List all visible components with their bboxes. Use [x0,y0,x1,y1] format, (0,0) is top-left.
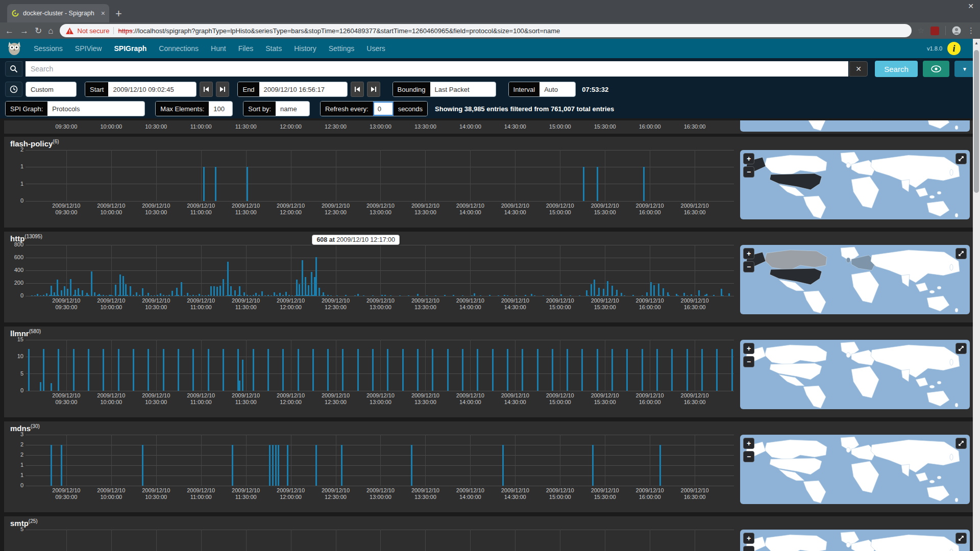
bar [103,349,104,391]
nav-item-sessions[interactable]: Sessions [34,44,63,53]
map-expand-icon[interactable] [955,153,967,164]
map-expand-icon[interactable] [955,438,967,449]
plot-area[interactable]: 322110 [26,435,734,486]
security-status[interactable]: Not secure [78,27,110,35]
plot-area[interactable]: 8006004002000608 at 2009/12/10 12:17:00 [26,245,734,296]
max-elements-group: Max Elements: 100 [155,101,233,116]
window-close-button[interactable]: ✕ [968,2,974,10]
axis-tick-label: 16:30:00 [684,123,706,130]
bounding-select[interactable]: Last Packet [430,82,496,96]
skip-to-start-button[interactable] [200,82,213,97]
axis-tick-label: 2009/12/1009:30:00 [52,392,80,406]
scrollbar-up-icon[interactable]: ▲ [973,39,980,45]
map-expand-icon[interactable] [955,248,967,259]
geo-map[interactable]: +− [740,340,970,409]
chart: 1510502009/12/1009:30:002009/12/1010:00:… [10,340,970,407]
bar [61,290,62,296]
nav-item-settings[interactable]: Settings [329,44,355,53]
map-zoom-in-button[interactable]: + [743,153,754,164]
map-zoom-in-button[interactable]: + [743,248,754,259]
actions-dropdown-button[interactable]: ▼ [954,61,975,77]
plot-area[interactable]: 5 [26,530,734,551]
gridline [201,150,202,201]
url-text[interactable]: https://localhost/spigraph?graphType=lpH… [118,27,560,35]
plot-area[interactable]: 151050 [26,340,734,391]
map-zoom-out-button[interactable]: − [743,261,754,272]
gridline [605,340,605,391]
nav-item-history[interactable]: History [294,44,316,53]
bar [40,382,41,391]
extension-icon[interactable] [930,27,939,35]
time-settings-clock-icon[interactable] [5,82,22,97]
map-zoom-out-button[interactable]: − [743,356,754,367]
reload-icon[interactable]: ↻ [35,27,42,35]
geo-map-partial[interactable] [740,120,970,132]
spi-graph-field-select[interactable]: Protocols [47,102,144,116]
skip-to-start-button[interactable] [351,82,364,97]
page-scrollbar[interactable]: ▲ [973,39,980,551]
axis-tick-label: 2009/12/1012:00:00 [277,297,305,311]
interval-select[interactable]: Auto [540,82,575,96]
bar [223,279,224,296]
axis-tick-label: 13:00:00 [370,123,391,130]
chart: 8006004002000608 at 2009/12/10 12:17:002… [10,245,970,312]
geo-map[interactable]: +− [740,245,970,314]
gridline [470,245,471,296]
bookmark-star-icon[interactable]: ☆ [918,26,924,35]
map-zoom-out-button[interactable]: − [743,166,754,178]
bar [671,349,673,391]
map-zoom-in-button[interactable]: + [743,533,754,544]
map-zoom-in-button[interactable]: + [743,438,754,449]
sort-by-select[interactable]: name [276,102,309,116]
gridline [291,150,291,201]
skip-to-end-button[interactable] [216,82,229,97]
back-icon[interactable]: ← [5,27,14,35]
nav-item-hunt[interactable]: Hunt [211,44,226,53]
protocol-section-llmnr: llmnr(580)1510502009/12/1009:30:002009/1… [4,327,976,417]
gridline [66,435,67,486]
protocol-section-mdns: mdns(30)3221102009/12/1009:30:002009/12/… [4,421,976,512]
end-time-input[interactable]: 2009/12/10 16:56:17 [259,82,347,96]
eye-view-button[interactable] [923,61,949,77]
nav-item-spigraph[interactable]: SPIGraph [114,44,146,53]
gridline [111,150,112,201]
plot-area[interactable]: 2110 [26,150,734,201]
max-elements-input[interactable]: 100 [209,102,232,116]
nav-item-stats[interactable]: Stats [265,44,282,53]
clear-search-icon[interactable]: ✕ [849,61,868,77]
protocol-count: (580) [29,329,41,334]
map-zoom-out-button[interactable]: − [743,451,754,462]
nav-item-spiview[interactable]: SPIView [75,44,102,53]
address-bar[interactable]: Not secure https://localhost/spigraph?gr… [60,24,912,37]
start-time-input[interactable]: 2009/12/10 09:02:45 [108,82,196,96]
geo-map[interactable]: +− [740,150,970,219]
nav-item-files[interactable]: Files [238,44,254,53]
map-expand-icon[interactable] [955,533,967,544]
nav-item-connections[interactable]: Connections [159,44,199,53]
forward-icon[interactable]: → [20,27,29,35]
refresh-input[interactable]: 0 [373,102,394,116]
time-range-select[interactable]: Custom [26,82,77,97]
new-tab-button[interactable]: + [115,8,122,19]
map-zoom-in-button[interactable]: + [743,343,754,354]
map-expand-icon[interactable] [955,343,967,354]
spigraph-results: 09:30:0010:00:0010:30:0011:00:0011:30:00… [0,118,980,551]
bar [227,262,229,296]
skip-to-end-button[interactable] [367,82,380,97]
geo-map[interactable]: +− [740,435,970,504]
profile-avatar-icon[interactable] [952,26,961,35]
search-input[interactable] [26,61,848,77]
chart: 3221102009/12/1009:30:002009/12/1010:00:… [10,435,970,502]
scrollbar-thumb[interactable] [974,50,979,193]
search-button[interactable]: Search [875,61,918,77]
axis-tick-label: 11:00:00 [190,123,212,130]
map-zoom-out-button[interactable]: − [743,546,754,551]
browser-menu-icon[interactable]: ⋮ [967,26,975,35]
browser-tab[interactable]: docker-cluster - Spigraph × [7,4,109,22]
geo-map[interactable]: +− [740,530,970,551]
nav-item-users[interactable]: Users [366,44,385,53]
tab-close-icon[interactable]: × [101,9,105,17]
info-icon[interactable]: i [947,42,961,55]
home-icon[interactable]: ⌂ [48,27,53,35]
bounding-group: Bounding Last Packet [393,82,496,97]
